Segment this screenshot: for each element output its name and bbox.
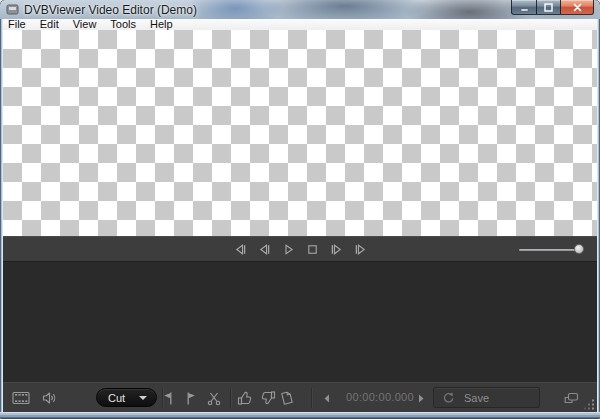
next-chapter-icon [353,242,368,257]
thumbs-down-icon [259,390,276,406]
edit-mode-selected: Cut [97,392,139,404]
menu-help[interactable]: Help [143,19,180,30]
step-back-button[interactable] [257,242,272,257]
stop-button[interactable] [305,242,320,257]
volume-slider[interactable] [517,237,589,261]
audio-track-button[interactable] [38,387,60,409]
cut-list-button[interactable] [275,387,297,409]
window-controls [511,0,594,15]
video-preview [3,30,597,236]
keep-segment-button[interactable] [234,387,256,409]
app-window: DVBViewer Video Editor (Demo) File Edit [0,0,600,419]
time-display: 00:00:00.000 [342,391,418,403]
maximize-icon [544,3,553,12]
detach-window-button[interactable] [560,387,582,409]
previous-chapter-button[interactable] [233,242,248,257]
window-border-bottom [0,412,600,419]
maximize-button[interactable] [536,0,561,15]
step-forward-icon [329,242,344,257]
app-icon[interactable] [6,3,20,16]
page-icon [278,390,295,406]
cut-scissors-button[interactable] [203,387,225,409]
detach-window-icon [562,391,580,406]
scissors-icon [206,391,222,406]
bottom-toolbar: Cut [3,382,597,412]
video-track-button[interactable] [10,387,32,409]
refresh-icon [442,391,455,404]
step-back-icon [257,242,272,257]
separator [311,388,312,408]
set-start-marker-button[interactable] [157,387,179,409]
set-end-marker-button[interactable] [180,387,202,409]
step-forward-button[interactable] [329,242,344,257]
time-back-arrow-icon [323,394,331,403]
timeline[interactable] [3,261,597,382]
chevron-down-icon [139,396,147,400]
save-label: Save [464,392,489,404]
minimize-icon [520,3,529,12]
previous-chapter-icon [233,242,248,257]
play-icon [281,242,296,257]
transport-buttons [3,237,597,261]
time-forward-arrow-icon [417,394,425,403]
menu-view[interactable]: View [66,19,104,30]
menu-file[interactable]: File [1,19,33,30]
minimize-button[interactable] [511,0,536,15]
speaker-icon [41,391,57,405]
transport-bar [3,236,597,261]
time-step-back-button[interactable] [320,389,334,407]
set-end-marker-icon [183,391,199,406]
menu-bar: File Edit View Tools Help [1,19,599,30]
window-border-left [0,19,3,412]
menu-edit[interactable]: Edit [33,19,66,30]
play-button[interactable] [281,242,296,257]
volume-knob[interactable] [574,244,584,254]
title-bar[interactable]: DVBViewer Video Editor (Demo) [0,0,600,19]
window-title: DVBViewer Video Editor (Demo) [24,3,197,17]
close-button[interactable] [561,0,594,15]
separator [230,388,231,408]
next-chapter-button[interactable] [353,242,368,257]
save-button[interactable]: Save [433,387,540,408]
volume-track[interactable] [519,249,577,251]
stop-icon [305,242,320,257]
filmstrip-icon [12,391,30,405]
set-start-marker-icon [160,391,176,406]
edit-mode-dropdown[interactable]: Cut [96,388,157,407]
close-icon [573,3,582,12]
thumbs-up-icon [237,390,254,406]
time-step-forward-button[interactable] [414,389,428,407]
resize-grip-icon[interactable] [584,399,595,410]
menu-tools[interactable]: Tools [103,19,143,30]
